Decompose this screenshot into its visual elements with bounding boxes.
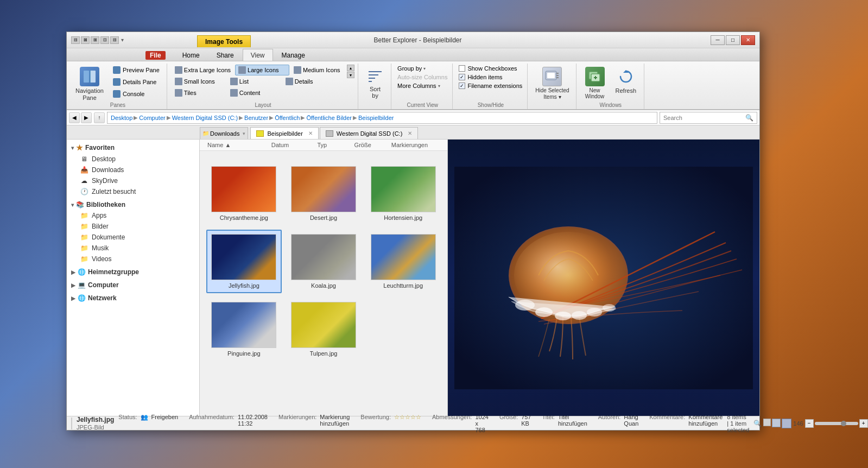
view-medium-icon[interactable] [772, 419, 781, 427]
details-button[interactable]: Details [282, 76, 337, 87]
more-columns-button[interactable]: More Columns ▾ [396, 82, 449, 90]
sidebar-header-heimnetz[interactable]: ▶ 🌐 Heimnetzgruppe [67, 267, 199, 277]
medium-icons-button[interactable]: Medium Icons [290, 65, 345, 75]
tab-beispielbilder-close[interactable]: ✕ [308, 130, 313, 136]
tab-view[interactable]: View [243, 49, 273, 61]
sidebar-header-netzwerk[interactable]: ▶ 🌐 Netzwerk [67, 293, 199, 303]
sidebar-item-apps[interactable]: 📁 Apps [67, 210, 199, 221]
small-icons-button[interactable]: Small Icons [172, 76, 226, 87]
downloads-tab[interactable]: 📁 Downloads ▾ [200, 127, 248, 139]
new-window-button[interactable]: NewWindow [581, 65, 609, 102]
breadcrumb-bilder[interactable]: Öffentliche Bilder [306, 115, 352, 121]
file-item-pinguine[interactable]: Pinguine.jpg [206, 298, 282, 361]
breadcrumb-benutzer[interactable]: Benutzer [244, 115, 268, 121]
sidebar-item-desktop[interactable]: 🖥 Desktop [67, 154, 199, 165]
hidden-items-button[interactable]: ✓ Hidden items [457, 73, 524, 81]
downloads-tab-arrow[interactable]: ▾ [243, 131, 245, 136]
layout-scroll-down[interactable]: ▼ [347, 72, 354, 78]
tab-home[interactable]: Home [174, 49, 208, 61]
search-icon[interactable]: 🔍 [745, 114, 753, 122]
header-name[interactable]: Name ▲ [204, 141, 268, 149]
view-small-icon[interactable] [763, 419, 771, 426]
system-icon-5[interactable]: ⊟ [110, 36, 119, 44]
sidebar-item-videos[interactable]: 📁 Videos [67, 254, 199, 264]
netzwerk-icon: 🌐 [78, 294, 86, 302]
large-icons-button[interactable]: Large Icons [235, 65, 289, 75]
refresh-icon [616, 67, 636, 86]
breadcrumb-computer[interactable]: Computer [139, 115, 165, 121]
file-item-desert[interactable]: Desert.jpg [286, 162, 362, 225]
auto-size-columns-button[interactable]: Auto-size Columns [396, 73, 449, 81]
system-icon-4[interactable]: ⊡ [100, 36, 109, 44]
preview-pane-button[interactable]: Preview Pane [109, 65, 163, 75]
window-controls: ─ □ ✕ [711, 35, 755, 45]
breadcrumb-oeffentlich[interactable]: Öffentlich [275, 115, 300, 121]
view-large-icon[interactable] [782, 419, 791, 428]
file-item-hortensien[interactable]: Hortensien.jpg [365, 162, 441, 225]
zoom-minus-button[interactable]: − [805, 419, 814, 428]
image-tools-tab[interactable]: Image Tools [197, 35, 251, 47]
navigation-pane-button[interactable]: NavigationPane [72, 65, 107, 104]
file-item-chrysantheme[interactable]: Chrysantheme.jpg [206, 162, 282, 225]
minimize-button[interactable]: ─ [711, 35, 725, 45]
show-checkboxes-button[interactable]: Show Checkboxes [457, 65, 524, 72]
tab-share[interactable]: Share [208, 49, 242, 61]
group-by-button[interactable]: Group by ▾ [396, 65, 449, 72]
tab-ssd-close[interactable]: ✕ [408, 130, 412, 136]
list-button[interactable]: List [227, 76, 281, 87]
zoom-slider[interactable] [815, 422, 858, 425]
breadcrumb-beispielbilder[interactable]: Beispielbilder [358, 115, 394, 121]
breadcrumb-desktop[interactable]: Desktop [111, 115, 132, 121]
sidebar-item-zuletzt[interactable]: 🕐 Zuletzt besucht [67, 186, 199, 197]
sidebar-item-bilder[interactable]: 📁 Bilder [67, 221, 199, 232]
tab-beispielbilder[interactable]: Beispielbilder ✕ [250, 127, 318, 139]
system-icon-3[interactable]: ⊞ [91, 36, 99, 44]
maximize-button[interactable]: □ [726, 35, 740, 45]
filename-extensions-button[interactable]: ✓ Filename extensions [457, 82, 524, 90]
svg-point-24 [587, 308, 602, 317]
file-thumb-leuchtturm [371, 234, 436, 280]
header-typ[interactable]: Typ [314, 141, 351, 149]
details-pane-button[interactable]: Details Pane [109, 77, 163, 87]
header-datum[interactable]: Datum [268, 141, 314, 149]
header-markierungen[interactable]: Markierungen [388, 141, 443, 149]
sidebar-item-dokumente[interactable]: 📁 Dokumente [67, 232, 199, 243]
system-icon-1[interactable]: ⊟ [71, 36, 80, 44]
sidebar-header-computer[interactable]: ▶ 💻 Computer [67, 280, 199, 290]
file-item-leuchtturm[interactable]: Leuchtturm.jpg [365, 230, 441, 293]
tab-file[interactable]: File [137, 49, 174, 61]
close-button[interactable]: ✕ [741, 35, 755, 45]
forward-button[interactable]: ▶ [81, 112, 92, 123]
breadcrumb-ssd[interactable]: Western Digital SSD (C:) [172, 115, 238, 121]
tab-manage[interactable]: Manage [274, 49, 313, 61]
file-item-koala[interactable]: Koala.jpg [286, 230, 362, 293]
zoom-plus-button[interactable]: + [859, 419, 868, 428]
hide-selected-label: Hide SelectedItems ▾ [535, 87, 569, 100]
system-icon-2[interactable]: ⊠ [81, 36, 90, 44]
sidebar-header-favoriten[interactable]: ▾ ★ Favoriten [67, 142, 199, 154]
refresh-button[interactable]: Refresh [611, 65, 641, 96]
content-button[interactable]: Content [227, 87, 281, 98]
console-button[interactable]: Console [109, 88, 163, 99]
sidebar-item-musik[interactable]: 📁 Musik [67, 243, 199, 254]
sidebar-item-skydrive[interactable]: ☁ SkyDrive [67, 175, 199, 186]
sidebar-item-downloads[interactable]: 📥 Downloads [67, 165, 199, 175]
extra-large-icons-button[interactable]: Extra Large Icons [172, 65, 234, 75]
zuletzt-icon: 🕐 [80, 188, 88, 195]
search-box[interactable]: 🔍 [660, 112, 757, 124]
hide-selected-button[interactable]: Hide SelectedItems ▾ [532, 65, 572, 103]
sort-button[interactable]: Sortby [363, 65, 388, 102]
back-button[interactable]: ◀ [69, 112, 80, 123]
status-section-markierungen: Markierungen: Markierung hinzufügen [278, 414, 350, 433]
sidebar-item-apps-label: Apps [92, 212, 106, 219]
file-item-jellyfish[interactable]: Jellyfish.jpg [206, 230, 282, 293]
search-input[interactable] [663, 115, 743, 121]
header-groesse[interactable]: Größe [351, 141, 388, 149]
sidebar-header-bibliotheken[interactable]: ▾ 📚 Bibliotheken [67, 199, 199, 210]
layout-scroll-up[interactable]: ▲ [347, 65, 354, 71]
zoom-slider-thumb[interactable] [841, 421, 846, 426]
tiles-button[interactable]: Tiles [172, 87, 226, 98]
file-item-tulpen[interactable]: Tulpen.jpg [286, 298, 362, 361]
tab-ssd[interactable]: Western Digital SSD (C:) ✕ [320, 127, 418, 139]
up-button[interactable]: ↑ [94, 112, 105, 123]
